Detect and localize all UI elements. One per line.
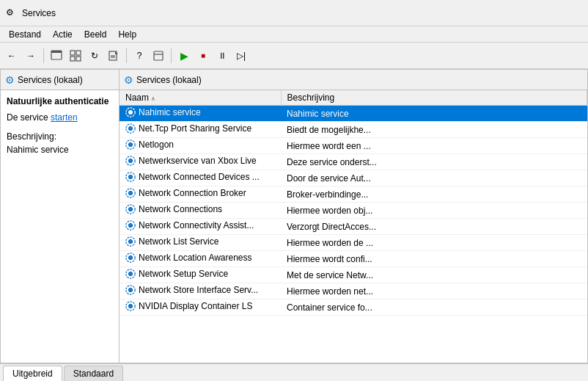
svg-point-32: [128, 272, 132, 275]
export-button[interactable]: [105, 47, 122, 65]
table-row[interactable]: Nahimic serviceNahimic service: [120, 106, 587, 122]
gear-icon: [125, 253, 136, 263]
service-name-text: Network Connected Devices ...: [139, 172, 260, 182]
svg-point-12: [128, 110, 132, 114]
svg-rect-4: [70, 57, 75, 61]
table-row[interactable]: Network Connection BrokerBroker-verbindi…: [120, 186, 587, 203]
service-desc-cell: Deze service onderst...: [281, 154, 587, 170]
service-desc-cell: Hiermee worden obj...: [281, 203, 587, 219]
service-icon: NVIDIA Display Container LS: [125, 301, 252, 311]
properties-button[interactable]: [150, 47, 167, 65]
menu-help[interactable]: Help: [112, 28, 142, 41]
service-icon: Network Connections: [125, 204, 222, 214]
svg-point-36: [128, 304, 132, 308]
stop-button[interactable]: ■: [194, 47, 212, 65]
col-beschrijving[interactable]: Beschrijving: [281, 90, 587, 106]
console-icon: [51, 50, 62, 62]
menu-actie[interactable]: Actie: [47, 28, 78, 41]
svg-point-14: [128, 126, 132, 130]
service-name-cell: Network Location Awareness: [120, 251, 281, 267]
table-row[interactable]: Net.Tcp Port Sharing ServiceBiedt de mog…: [120, 122, 587, 138]
menu-bestand[interactable]: Bestand: [3, 28, 47, 41]
tab-standaard[interactable]: Standaard: [64, 366, 123, 381]
gear-icon: [125, 139, 136, 150]
menu-beeld[interactable]: Beeld: [78, 28, 113, 41]
grid-icon: [70, 50, 81, 62]
table-row[interactable]: NVIDIA Display Container LSContainer ser…: [120, 300, 587, 316]
svg-point-18: [128, 159, 132, 162]
title-bar-icon: ⚙: [6, 7, 18, 19]
right-header-icon: ⚙: [124, 74, 133, 86]
table-row[interactable]: Network Connectivity Assist...Verzorgt D…: [120, 219, 587, 235]
right-panel: ⚙ Services (lokaal) Naam ∧ Beschrijving: [120, 70, 587, 363]
show-console-button[interactable]: [48, 47, 65, 65]
service-name-text: Network List Service: [139, 236, 218, 247]
service-desc-cell: Door de service Aut...: [281, 170, 587, 186]
tab-uitgebreid[interactable]: Uitgebreid: [3, 366, 62, 381]
gear-icon: [125, 107, 136, 117]
svg-point-22: [128, 191, 132, 195]
service-name-cell: Nahimic service: [120, 106, 281, 122]
service-name-cell: Network Connected Devices ...: [120, 170, 281, 186]
table-row[interactable]: Network Store Interface Serv...Hiermee w…: [120, 283, 587, 300]
service-desc-cell: Container service fo...: [281, 300, 587, 316]
table-row[interactable]: Network ConnectionsHiermee worden obj...: [120, 203, 587, 219]
service-name-text: Network Store Interface Serv...: [139, 285, 258, 295]
services-table[interactable]: Naam ∧ Beschrijving Nahimic serviceNahim…: [120, 90, 587, 363]
service-name-text: Nahimic service: [139, 107, 201, 117]
gear-icon: [125, 156, 136, 166]
table-row[interactable]: Netwerkservice van Xbox LiveDeze service…: [120, 154, 587, 170]
svg-point-24: [128, 207, 132, 211]
sidebar-header-text: Services (lokaal): [18, 75, 83, 85]
sidebar-start-link[interactable]: starten: [51, 112, 78, 123]
pause-button[interactable]: ⏸: [213, 47, 231, 65]
service-desc-cell: Met de service Netw...: [281, 267, 587, 283]
gear-icon: [125, 204, 136, 214]
col-naam[interactable]: Naam ∧: [120, 90, 281, 106]
sidebar-header-icon: ⚙: [5, 74, 15, 86]
service-name-cell: Network Setup Service: [120, 267, 281, 283]
bottom-tabs: Uitgebreid Standaard: [0, 363, 588, 381]
table-row[interactable]: Network List ServiceHiermee worden de ..…: [120, 235, 587, 251]
service-icon: Network Location Awareness: [125, 253, 252, 263]
toolbar-separator-2: [126, 48, 127, 63]
gear-icon: [125, 172, 136, 182]
table-row[interactable]: Network Location AwarenessHiermee wordt …: [120, 251, 587, 267]
gear-icon: [125, 236, 136, 247]
help-button[interactable]: ?: [131, 47, 148, 65]
export-icon: [108, 50, 120, 62]
service-icon: Nahimic service: [125, 107, 201, 117]
service-desc-cell: Verzorgt DirectAcces...: [281, 219, 587, 235]
svg-rect-2: [70, 51, 75, 55]
table-row[interactable]: Network Connected Devices ...Door de ser…: [120, 170, 587, 186]
right-header-text: Services (lokaal): [136, 75, 202, 85]
play-button[interactable]: ▶: [175, 47, 193, 65]
service-name-cell: Netlogon: [120, 138, 281, 154]
service-name-cell: Network Store Interface Serv...: [120, 283, 281, 300]
service-name-text: Netlogon: [139, 139, 174, 150]
table-row[interactable]: NetlogonHiermee wordt een ...: [120, 138, 587, 154]
service-desc-cell: Hiermee worden net...: [281, 283, 587, 300]
gear-icon: [125, 220, 136, 231]
service-name-text: Network Connectivity Assist...: [139, 220, 254, 231]
service-name-text: NVIDIA Display Container LS: [139, 301, 252, 311]
sidebar-action: De service starten: [7, 112, 113, 123]
svg-point-16: [128, 142, 132, 146]
service-desc-cell: Hiermee wordt een ...: [281, 138, 587, 154]
restart-button[interactable]: ▷|: [232, 47, 250, 65]
sidebar-header: ⚙ Services (lokaal): [1, 70, 119, 90]
service-icon: Net.Tcp Port Sharing Service: [125, 123, 251, 134]
forward-button[interactable]: →: [22, 47, 40, 65]
grid-button[interactable]: [67, 47, 84, 65]
refresh-button[interactable]: ↻: [86, 47, 103, 65]
service-icon: Network Connected Devices ...: [125, 172, 260, 182]
service-name-text: Net.Tcp Port Sharing Service: [139, 123, 251, 134]
sort-arrow-naam: ∧: [151, 95, 155, 102]
sidebar-service-name: Natuurlijke authenticatie: [7, 96, 113, 106]
svg-point-30: [128, 255, 132, 259]
table-row[interactable]: Network Setup ServiceMet de service Netw…: [120, 267, 587, 283]
back-button[interactable]: ←: [3, 47, 21, 65]
gear-icon: [125, 301, 136, 311]
sidebar-desc-label: Beschrijving:: [7, 131, 113, 142]
toolbar-separator-3: [171, 48, 172, 63]
